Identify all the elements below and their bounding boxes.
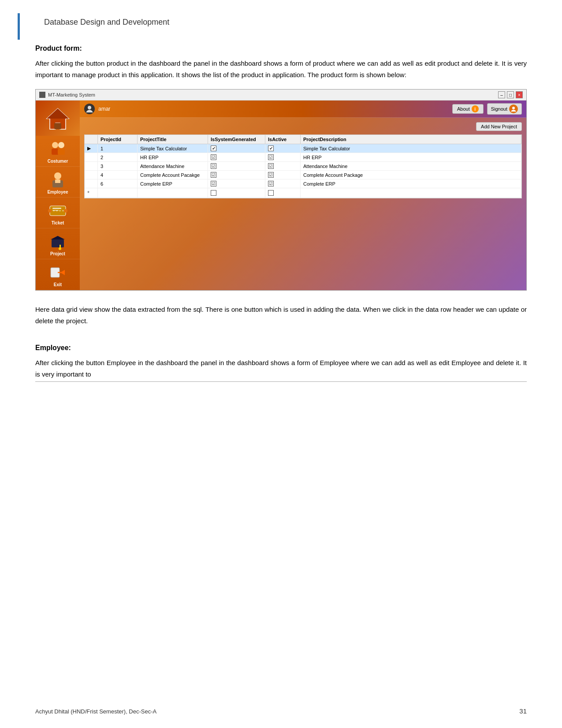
new-row-active — [265, 188, 301, 198]
checkbox-active-1: ✔ — [268, 146, 274, 151]
about-label: About — [457, 106, 470, 112]
row-selector-4 — [85, 171, 98, 179]
row-selector-2 — [85, 153, 98, 161]
footer-text: Achyut Dhital (HND/Frist Semester), Dec-… — [35, 708, 156, 715]
employee-heading: Employee: — [35, 344, 527, 352]
cell-title-2: HR ERP — [138, 153, 208, 161]
home-icon — [45, 106, 71, 131]
cell-active-3: ☑ — [265, 162, 301, 170]
checkbox-sysgen-1: ✔ — [211, 146, 216, 151]
cell-id-4: 4 — [98, 171, 138, 179]
user-avatar-icon — [84, 104, 95, 114]
cell-active-1: ✔ — [265, 144, 301, 153]
inner-panel: Add New Project ProjectId ProjectTitle I… — [80, 118, 526, 290]
col-header-issystemgenerated: IsSystemGenerated — [208, 135, 265, 144]
sidebar-item-employee[interactable]: Employee — [36, 167, 80, 198]
checkbox-sysgen-new — [211, 190, 216, 196]
checkbox-sysgen-4: ☑ — [211, 172, 216, 178]
top-bar-right: About i Signout — [452, 103, 522, 115]
new-row-id — [98, 188, 138, 198]
col-header-projectdescription: ProjectDescription — [301, 135, 521, 144]
maximize-button[interactable]: □ — [507, 91, 514, 98]
table-row[interactable]: 4 Complete Account Pacakge ☑ ☑ Complete … — [85, 171, 521, 179]
cell-sysgen-1: ✔ — [208, 144, 265, 153]
col-header-projectid: ProjectId — [98, 135, 138, 144]
svg-point-7 — [54, 172, 61, 179]
new-row-sysgen — [208, 188, 265, 198]
cell-desc-3: Attendance Machine — [301, 162, 521, 170]
checkbox-sysgen-2: ☑ — [211, 154, 216, 160]
grid-header: ProjectId ProjectTitle IsSystemGenerated… — [85, 135, 521, 144]
sidebar-item-exit[interactable]: Exit — [36, 259, 80, 290]
customer-icon — [48, 140, 68, 158]
cell-id-2: 2 — [98, 153, 138, 161]
sidebar-item-project[interactable]: Project — [36, 228, 80, 259]
svg-marker-2 — [47, 108, 69, 119]
sidebar-item-ticket[interactable]: Ticket — [36, 198, 80, 228]
title-bar-left: MT-Marketing System — [39, 92, 95, 98]
signout-label: Signout — [491, 106, 507, 112]
new-row[interactable]: * — [85, 188, 521, 198]
cell-desc-1: Simple Tax Calculator — [301, 144, 521, 153]
table-row[interactable]: 3 Attendance Machine ☑ ☑ Attendance Mach… — [85, 162, 521, 171]
svg-point-3 — [52, 142, 58, 148]
sidebar-item-customer[interactable]: Costumer — [36, 136, 80, 167]
new-row-selector: * — [85, 188, 98, 198]
table-row[interactable]: 2 HR ERP ☑ ☑ HR ERP — [85, 153, 521, 162]
svg-point-19 — [59, 247, 61, 250]
employee-icon — [48, 171, 68, 189]
new-row-asterisk: * — [87, 190, 89, 196]
cell-active-4: ☑ — [265, 171, 301, 179]
about-button[interactable]: About i — [452, 104, 484, 114]
col-header-selector — [85, 135, 98, 144]
cell-id-3: 3 — [98, 162, 138, 170]
table-row[interactable]: ▶ 1 Simple Tax Calculator ✔ ✔ Simple Tax… — [85, 144, 521, 153]
cell-id-1: 1 — [98, 144, 138, 153]
cell-sysgen-4: ☑ — [208, 171, 265, 179]
window-title: MT-Marketing System — [48, 92, 95, 97]
sidebar: Costumer Employee — [36, 101, 80, 290]
new-row-desc — [301, 188, 521, 198]
employee-section: Employee: After clicking the button Empl… — [35, 344, 527, 382]
table-row[interactable]: 6 Complete ERP ☑ ☑ Complete ERP — [85, 179, 521, 188]
main-content: amar About i Signout — [80, 101, 526, 290]
sidebar-item-employee-label: Employee — [47, 190, 68, 194]
checkbox-active-5: ☑ — [268, 181, 274, 187]
cell-title-3: Attendance Machine — [138, 162, 208, 170]
svg-point-23 — [88, 106, 91, 109]
exit-icon — [48, 264, 68, 281]
cell-desc-4: Complete Account Package — [301, 171, 521, 179]
cell-desc-2: HR ERP — [301, 153, 521, 161]
svg-point-24 — [512, 107, 515, 109]
row-selector-3 — [85, 162, 98, 170]
signout-button[interactable]: Signout — [487, 103, 522, 115]
cell-desc-5: Complete ERP — [301, 179, 521, 188]
page-border-accent — [18, 13, 20, 40]
cell-sysgen-3: ☑ — [208, 162, 265, 170]
top-bar: amar About i Signout — [80, 101, 526, 118]
add-new-project-button[interactable]: Add New Project — [476, 122, 522, 131]
signout-user-icon — [509, 105, 518, 113]
app-window: MT-Marketing System – □ × — [35, 89, 527, 291]
cell-title-1: Simple Tax Calculator — [138, 144, 208, 153]
checkbox-active-3: ☑ — [268, 163, 274, 169]
checkbox-sysgen-3: ☑ — [211, 163, 216, 169]
minimize-button[interactable]: – — [498, 91, 505, 98]
col-header-isactive: IsActive — [265, 135, 301, 144]
page-number: 31 — [519, 707, 527, 715]
checkbox-active-4: ☑ — [268, 172, 274, 178]
close-button[interactable]: × — [516, 91, 523, 98]
cell-sysgen-2: ☑ — [208, 153, 265, 161]
grid-description: Here data grid view show the data extrac… — [35, 304, 527, 326]
doc-title: Database Design and Development — [44, 18, 527, 27]
svg-point-13 — [64, 209, 67, 213]
checkbox-active-new — [268, 190, 274, 196]
svg-rect-14 — [52, 208, 61, 209]
ticket-icon — [48, 202, 68, 220]
product-form-intro: After clicking the button product in the… — [35, 58, 527, 80]
sidebar-logo[interactable] — [36, 101, 80, 136]
project-icon — [48, 233, 68, 250]
cell-sysgen-5: ☑ — [208, 179, 265, 188]
title-bar-controls[interactable]: – □ × — [498, 91, 523, 98]
app-icon — [39, 92, 45, 98]
